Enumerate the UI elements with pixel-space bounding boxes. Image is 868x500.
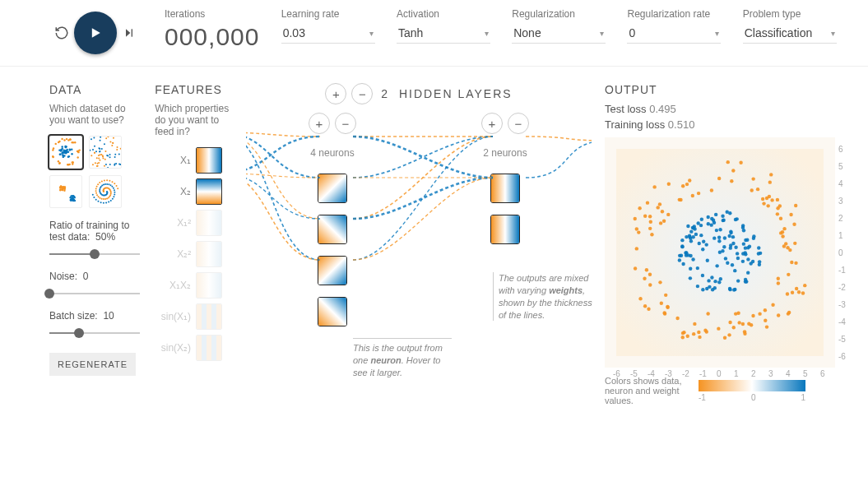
svg-point-172 [73,197,75,198]
add-layer-button[interactable]: + [325,83,346,104]
noise-value: 0 [83,271,89,282]
svg-point-299 [680,254,683,257]
svg-point-404 [688,178,691,182]
remove-layer-button[interactable]: − [351,83,373,104]
svg-point-214 [110,200,112,201]
svg-point-375 [689,236,692,239]
svg-point-407 [638,297,642,300]
svg-point-209 [114,189,115,191]
noise-slider[interactable] [49,285,140,302]
svg-point-471 [786,246,789,249]
layer-1-remove-neuron[interactable]: − [508,113,529,134]
feature-6-label: sin(X₂) [155,342,191,354]
svg-point-322 [731,242,735,245]
batch-slider[interactable] [49,325,140,341]
activation-select[interactable]: Tanh▾ [397,23,490,44]
problem-type-select[interactable]: Classification▾ [743,23,837,44]
svg-point-249 [95,192,97,194]
layer-0-neuron-3[interactable] [318,297,347,326]
play-button[interactable] [74,12,117,54]
svg-point-429 [693,322,696,326]
svg-point-67 [69,148,71,150]
svg-point-96 [92,164,94,165]
svg-point-127 [118,154,120,155]
dataset-xor[interactable] [89,136,122,169]
output-plot[interactable]: -6-5-4-3-2-10123456 -6-5-4-3-2-10123456 [605,137,835,368]
svg-point-35 [61,146,63,147]
svg-point-479 [664,294,667,297]
layer-0-add-neuron[interactable]: + [309,113,330,134]
feature-2-toggle[interactable] [196,210,222,236]
layer-0-neuron-1[interactable] [318,215,347,244]
svg-point-65 [65,146,67,147]
svg-point-76 [111,145,113,146]
ratio-slider[interactable] [49,246,140,262]
svg-point-400 [660,302,663,305]
feature-0-toggle[interactable] [196,147,222,174]
svg-point-459 [791,291,794,294]
svg-point-273 [746,257,750,261]
svg-point-384 [722,219,725,222]
svg-point-438 [663,312,666,315]
reset-button[interactable] [49,21,74,45]
svg-point-304 [757,246,760,249]
iterations-value: 000,000 [165,23,258,51]
svg-point-254 [99,182,100,183]
feature-1-toggle[interactable] [196,178,222,205]
svg-point-118 [90,150,91,151]
svg-point-477 [756,188,759,191]
svg-point-32 [52,155,53,157]
dataset-circle[interactable] [49,136,82,169]
svg-point-466 [703,328,707,331]
svg-point-441 [675,317,679,320]
feature-4-label: X₁X₂ [155,280,191,291]
svg-point-427 [741,322,745,326]
svg-point-473 [678,198,681,201]
svg-point-498 [645,268,648,271]
svg-point-259 [112,181,114,183]
svg-point-457 [685,183,689,186]
svg-point-353 [698,242,701,245]
layer-1-neuron-1[interactable] [490,215,520,244]
learning-rate-select[interactable]: 0.03▾ [281,23,375,44]
svg-point-109 [109,156,111,158]
step-button[interactable] [117,21,142,45]
svg-point-119 [99,160,100,161]
chevron-down-icon: ▾ [369,29,374,38]
svg-point-129 [114,164,116,165]
dataset-gauss[interactable] [49,175,82,208]
regularization-rate-select[interactable]: 0▾ [627,23,721,44]
regularization-select[interactable]: None▾ [512,23,606,44]
feature-6-toggle[interactable] [196,335,222,361]
svg-point-321 [689,276,692,280]
feature-3-toggle[interactable] [196,241,222,267]
regenerate-button[interactable]: REGENERATE [49,353,136,376]
svg-point-75 [113,137,114,139]
svg-point-211 [114,194,115,196]
layer-1-neuron-0[interactable] [490,174,520,203]
svg-point-442 [764,308,767,312]
svg-point-218 [100,201,102,203]
svg-point-238 [110,193,112,195]
svg-point-70 [66,150,67,152]
feature-4-toggle[interactable] [196,272,222,299]
feature-5-toggle[interactable] [196,303,222,330]
svg-point-451 [778,204,782,207]
dataset-spiral[interactable] [89,175,122,208]
layer-0-neuron-0[interactable] [318,174,347,203]
svg-point-357 [729,229,732,233]
hidden-layers-title: 2 HIDDEN LAYERS [381,87,512,100]
svg-point-261 [116,185,118,187]
svg-point-425 [662,219,666,222]
layer-0-remove-neuron[interactable]: − [335,113,356,134]
svg-point-92 [101,148,103,150]
svg-marker-0 [92,28,100,38]
svg-point-402 [776,212,779,215]
svg-point-246 [100,197,101,199]
svg-point-241 [108,197,109,198]
layer-0-neuron-2[interactable] [318,256,347,285]
svg-point-379 [733,269,736,272]
svg-point-381 [686,253,689,257]
layer-1-add-neuron[interactable]: + [481,113,503,134]
svg-point-122 [100,137,101,138]
